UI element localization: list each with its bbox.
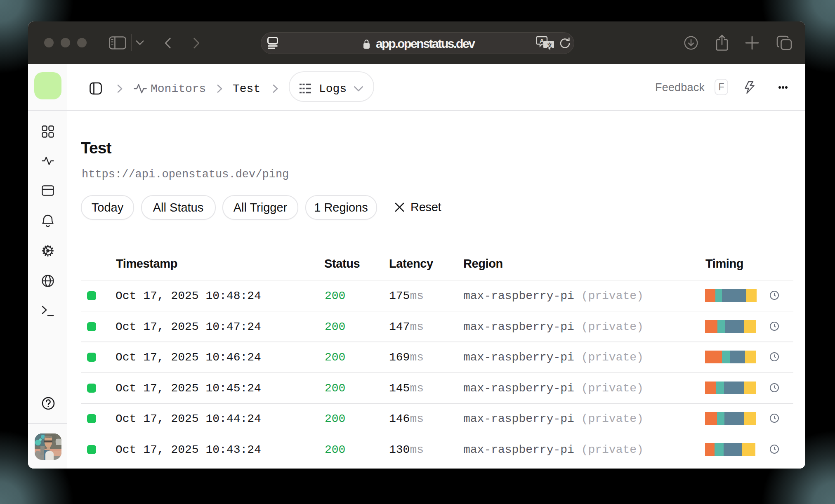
svg-text:文: 文 bbox=[547, 42, 552, 48]
